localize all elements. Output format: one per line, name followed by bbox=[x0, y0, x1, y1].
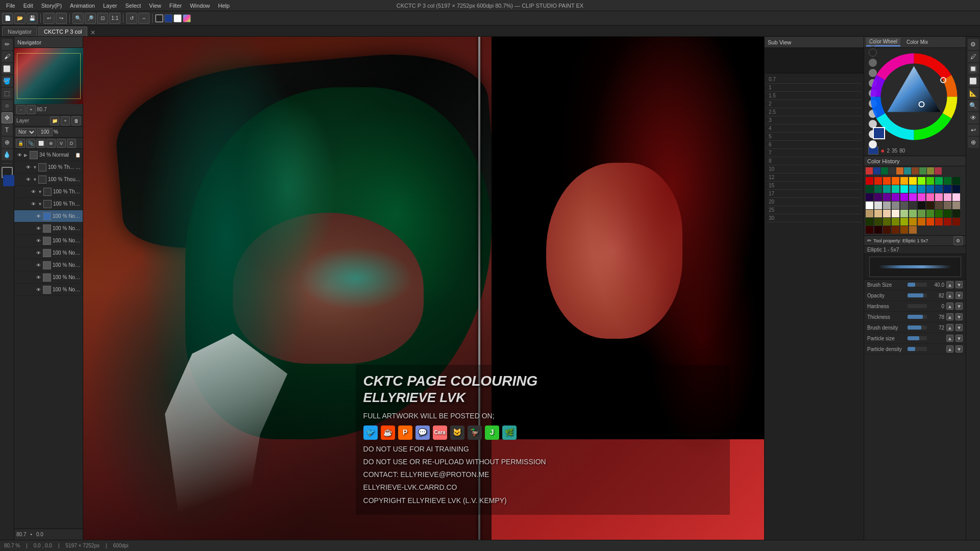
recent-color[interactable] bbox=[896, 167, 903, 174]
layer-visibility-eye[interactable]: 👁 bbox=[35, 238, 41, 244]
layer-opacity-input[interactable] bbox=[37, 128, 53, 136]
palette-color-swatch[interactable] bbox=[883, 193, 891, 201]
list-item[interactable]: 👁 100 % Nor Layer 6 bbox=[14, 210, 83, 222]
fit-btn[interactable]: ⊡ bbox=[97, 13, 108, 24]
color-1[interactable] bbox=[155, 14, 163, 22]
tool-select[interactable]: ⬚ bbox=[2, 88, 13, 99]
palette-color-swatch[interactable] bbox=[892, 210, 899, 217]
redo-btn[interactable]: ↪ bbox=[56, 13, 67, 24]
list-item[interactable]: 👁 ▼ 100 % Th... Panel 3 bbox=[14, 198, 83, 210]
particle-density-inc[interactable]: ▲ bbox=[946, 345, 953, 353]
palette-color-swatch[interactable] bbox=[926, 218, 934, 226]
thickness-dec[interactable]: ▼ bbox=[955, 313, 963, 320]
color-wheel-svg[interactable] bbox=[869, 52, 959, 141]
palette-color-swatch[interactable] bbox=[900, 185, 908, 193]
palette-color-swatch[interactable] bbox=[874, 185, 882, 193]
palette-color-swatch[interactable] bbox=[900, 210, 908, 217]
recent-color[interactable] bbox=[935, 167, 942, 174]
layer-visibility-eye[interactable]: 👁 bbox=[35, 213, 41, 219]
palette-color-swatch[interactable] bbox=[909, 193, 917, 201]
brush-size-dec[interactable]: ▼ bbox=[955, 281, 963, 288]
list-item[interactable]: 👁 100 % Nor Layer 45 bbox=[14, 259, 83, 271]
list-item[interactable]: 👁 ▼ 100 % Though bbox=[14, 173, 83, 186]
palette-color-swatch[interactable] bbox=[866, 210, 873, 217]
tab-canvas[interactable]: CKCTC P 3 col bbox=[38, 27, 87, 36]
tool-text[interactable]: T bbox=[2, 124, 13, 136]
palette-color-swatch[interactable] bbox=[944, 202, 951, 209]
layer-new-folder[interactable]: 📁 bbox=[50, 116, 59, 126]
palette-color-swatch[interactable] bbox=[935, 202, 943, 209]
layer-visibility-eye[interactable]: 👁 bbox=[30, 201, 36, 207]
particle-density-bar[interactable] bbox=[908, 347, 927, 351]
layer-draft-btn[interactable]: D bbox=[67, 139, 76, 148]
layer-visibility-eye[interactable]: 👁 bbox=[35, 262, 41, 268]
particle-size-inc[interactable]: ▲ bbox=[946, 335, 953, 342]
hardness-bar[interactable] bbox=[908, 304, 927, 308]
open-btn[interactable]: 📂 bbox=[14, 13, 26, 24]
palette-color-swatch[interactable] bbox=[883, 210, 891, 217]
recent-color[interactable] bbox=[881, 167, 888, 174]
opacity-inc[interactable]: ▲ bbox=[946, 292, 953, 299]
tool-zoom[interactable]: ⊕ bbox=[2, 137, 13, 148]
palette-color-swatch[interactable] bbox=[892, 177, 899, 185]
palette-color-swatch[interactable] bbox=[909, 210, 917, 217]
palette-color-swatch[interactable] bbox=[900, 177, 908, 185]
color-2[interactable] bbox=[164, 14, 173, 22]
palette-color-swatch[interactable] bbox=[900, 218, 908, 226]
palette-color-swatch[interactable] bbox=[866, 193, 873, 201]
palette-color-swatch[interactable] bbox=[944, 193, 951, 201]
brush-settings-btn[interactable]: ⚙ bbox=[953, 236, 963, 245]
menu-layer[interactable]: Layer bbox=[99, 2, 121, 10]
list-item[interactable]: 👁 100 % Nor Layer 14 bbox=[14, 271, 83, 284]
menu-view[interactable]: View bbox=[145, 2, 165, 10]
recent-color[interactable] bbox=[904, 167, 911, 174]
list-item[interactable]: 👁 100 % Nor Layer 66 bbox=[14, 235, 83, 247]
list-item[interactable]: 👁 100 % Nor Layer 10 bbox=[14, 284, 83, 296]
layer-visibility-eye[interactable]: 👁 bbox=[35, 274, 41, 281]
palette-color-swatch[interactable] bbox=[918, 185, 925, 193]
palette-color-swatch[interactable] bbox=[883, 226, 891, 234]
undo-btn[interactable]: ↩ bbox=[43, 13, 55, 24]
brush-density-inc[interactable]: ▲ bbox=[946, 324, 953, 331]
layer-expand-icon[interactable]: ▼ bbox=[38, 202, 42, 207]
palette-color-swatch[interactable] bbox=[952, 193, 960, 201]
layer-visibility-eye[interactable]: 👁 bbox=[35, 250, 41, 256]
new-btn[interactable]: 📄 bbox=[2, 13, 13, 24]
canvas-area[interactable]: CKTC PAGE COLOURING ELLYRIEVE LVK FULL A… bbox=[83, 37, 764, 540]
list-item[interactable]: 👁 100 % Nor Layer 1 bbox=[14, 247, 83, 259]
right-tool-6[interactable]: 🔍 bbox=[968, 100, 979, 111]
layer-ref-btn[interactable]: ⊕ bbox=[46, 139, 56, 148]
brush-density-bar[interactable] bbox=[908, 325, 927, 330]
layer-visibility-eye[interactable]: 👁 bbox=[25, 177, 31, 183]
actual-size-btn[interactable]: 1:1 bbox=[109, 13, 120, 24]
palette-color-swatch[interactable] bbox=[892, 193, 899, 201]
menu-file[interactable]: File bbox=[2, 2, 19, 10]
color-wheel-container[interactable] bbox=[869, 52, 961, 141]
menu-story[interactable]: Story(P) bbox=[37, 2, 66, 10]
particle-size-dec[interactable]: ▼ bbox=[955, 335, 963, 342]
tool-lasso[interactable]: ○ bbox=[2, 100, 13, 111]
palette-color-swatch[interactable] bbox=[918, 218, 925, 226]
layer-expand-icon[interactable]: ▼ bbox=[33, 177, 37, 182]
flip-btn[interactable]: ↔ bbox=[138, 13, 150, 24]
palette-color-swatch[interactable] bbox=[909, 185, 917, 193]
tool-brush[interactable]: 🖌 bbox=[2, 51, 13, 62]
layer-delete[interactable]: 🗑 bbox=[71, 116, 81, 126]
palette-color-swatch[interactable] bbox=[883, 177, 891, 185]
list-item[interactable]: 👁 100 % Nor Layer 3 bbox=[14, 222, 83, 235]
tab-close[interactable]: ✕ bbox=[88, 29, 97, 36]
layer-expand-icon[interactable]: ▶ bbox=[24, 153, 28, 158]
palette-color-swatch[interactable] bbox=[909, 177, 917, 185]
menu-select[interactable]: Select bbox=[121, 2, 145, 10]
layer-visibility-eye[interactable]: 👁 bbox=[16, 152, 22, 158]
palette-color-swatch[interactable] bbox=[918, 177, 925, 185]
palette-color-swatch[interactable] bbox=[952, 218, 960, 226]
palette-color-swatch[interactable] bbox=[918, 210, 925, 217]
palette-color-swatch[interactable] bbox=[900, 226, 908, 234]
palette-color-swatch[interactable] bbox=[866, 226, 873, 234]
palette-color-swatch[interactable] bbox=[866, 177, 873, 185]
layer-lock-btn[interactable]: 🔒 bbox=[16, 139, 25, 148]
palette-color-swatch[interactable] bbox=[874, 210, 882, 217]
palette-color-swatch[interactable] bbox=[892, 226, 899, 234]
layer-expand-icon[interactable]: ▼ bbox=[38, 189, 42, 194]
